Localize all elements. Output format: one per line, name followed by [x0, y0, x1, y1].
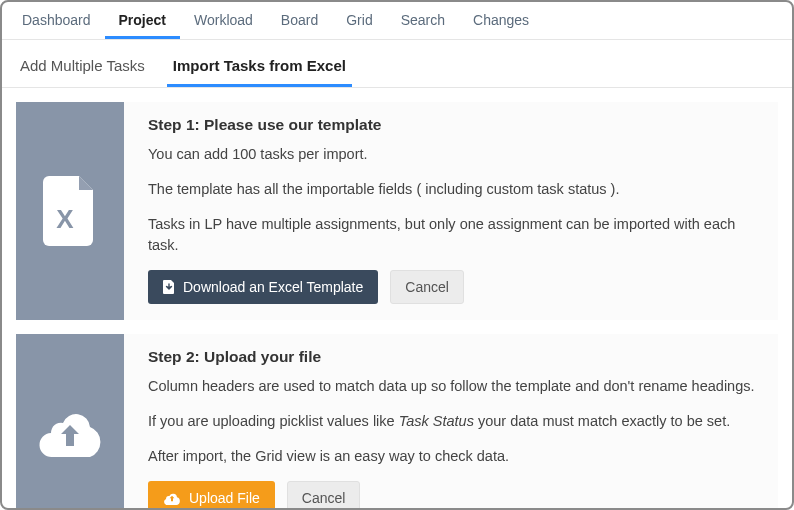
tab-dashboard[interactable]: Dashboard [8, 2, 105, 39]
tab-board[interactable]: Board [267, 2, 332, 39]
step2-card: Step 2: Upload your file Column headers … [16, 334, 778, 510]
tab-grid[interactable]: Grid [332, 2, 386, 39]
tab-label: Search [401, 12, 445, 28]
step2-cancel-button[interactable]: Cancel [287, 481, 361, 510]
step1-body: Step 1: Please use our template You can … [148, 102, 778, 320]
step2-text-line: After import, the Grid view is an easy w… [148, 446, 768, 467]
upload-file-button[interactable]: Upload File [148, 481, 275, 510]
tab-search[interactable]: Search [387, 2, 459, 39]
step2-body: Step 2: Upload your file Column headers … [148, 334, 778, 510]
tab-label: Grid [346, 12, 372, 28]
tab-label: Changes [473, 12, 529, 28]
tab-label: Workload [194, 12, 253, 28]
step1-text-line: The template has all the importable fiel… [148, 179, 768, 200]
sub-tab-bar: Add Multiple Tasks Import Tasks from Exc… [2, 40, 792, 88]
button-label: Cancel [302, 490, 346, 506]
tab-workload[interactable]: Workload [180, 2, 267, 39]
tab-changes[interactable]: Changes [459, 2, 543, 39]
file-excel-icon: X [43, 176, 97, 246]
button-label: Cancel [405, 279, 449, 295]
steps-container: X Step 1: Please use our template You ca… [2, 88, 792, 510]
step2-button-row: Upload File Cancel [148, 481, 768, 510]
file-download-icon [163, 280, 175, 294]
step1-text-line: Tasks in LP have multiple assignments, b… [148, 214, 768, 256]
tab-label: Dashboard [22, 12, 91, 28]
step2-icon-panel [16, 334, 124, 510]
step1-button-row: Download an Excel Template Cancel [148, 270, 768, 304]
step1-cancel-button[interactable]: Cancel [390, 270, 464, 304]
step1-text-line: You can add 100 tasks per import. [148, 144, 768, 165]
main-tab-bar: Dashboard Project Workload Board Grid Se… [2, 2, 792, 40]
step1-card: X Step 1: Please use our template You ca… [16, 102, 778, 320]
tab-project[interactable]: Project [105, 2, 180, 39]
step2-text-line: If you are uploading picklist values lik… [148, 411, 768, 432]
subtab-import-tasks-from-excel[interactable]: Import Tasks from Excel [167, 43, 352, 87]
step1-title: Step 1: Please use our template [148, 116, 768, 134]
button-label: Download an Excel Template [183, 279, 363, 295]
app-window: Dashboard Project Workload Board Grid Se… [0, 0, 794, 510]
cloud-upload-small-icon [163, 492, 181, 505]
tab-label: Board [281, 12, 318, 28]
tab-label: Project [119, 12, 166, 28]
svg-text:X: X [56, 204, 74, 234]
subtab-label: Add Multiple Tasks [20, 57, 145, 74]
step2-title: Step 2: Upload your file [148, 348, 768, 366]
step1-icon-panel: X [16, 102, 124, 320]
subtab-add-multiple-tasks[interactable]: Add Multiple Tasks [14, 43, 151, 87]
step2-text-line: Column headers are used to match data up… [148, 376, 768, 397]
button-label: Upload File [189, 490, 260, 506]
download-template-button[interactable]: Download an Excel Template [148, 270, 378, 304]
cloud-upload-icon [34, 407, 106, 459]
subtab-label: Import Tasks from Excel [173, 57, 346, 74]
